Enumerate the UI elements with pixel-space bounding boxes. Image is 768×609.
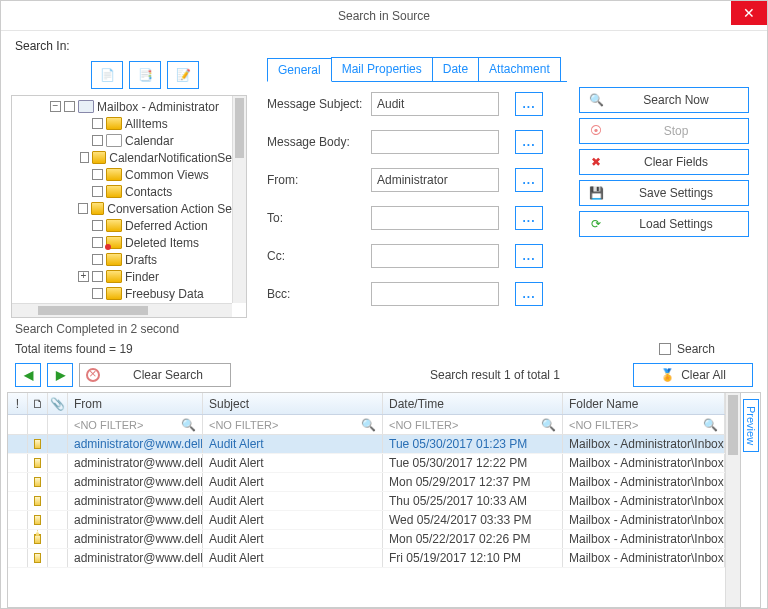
col-folder[interactable]: Folder Name <box>563 393 725 414</box>
close-button[interactable]: ✕ <box>731 1 767 25</box>
cell-subject: Audit Alert <box>203 530 383 548</box>
folder-icon <box>92 151 106 164</box>
tree-item[interactable]: Drafts <box>12 251 232 268</box>
tree-item[interactable]: Freebusy Data <box>12 285 232 302</box>
table-row[interactable]: administrator@www.dell2.comAudit AlertTu… <box>8 435 725 454</box>
tree-label: Mailbox - Administrator <box>97 100 219 114</box>
table-row[interactable]: administrator@www.dell2.comAudit AlertMo… <box>8 530 725 549</box>
window: Search in Source ✕ Search In: 📄 📑 📝 −Mai… <box>0 0 768 609</box>
cc-input[interactable] <box>371 244 499 268</box>
col-flag[interactable]: ! <box>8 393 28 414</box>
table-row[interactable]: administrator@www.dell2.comAudit AlertFr… <box>8 549 725 568</box>
grid-vscroll[interactable] <box>725 393 740 607</box>
folder-icon <box>106 134 122 147</box>
subject-input[interactable] <box>371 92 499 116</box>
tree-item[interactable]: Conversation Action Se <box>12 200 232 217</box>
grid-header[interactable]: ! 🗋 📎 From Subject Date/Time Folder Name <box>8 393 725 415</box>
tree-item[interactable]: CalendarNotificationSe <box>12 149 232 166</box>
tree-label: Freebusy Data <box>125 287 204 301</box>
tree-label: AllItems <box>125 117 168 131</box>
tree-item[interactable]: Deferred Action <box>12 217 232 234</box>
cell-folder: Mailbox - Administrator\Inbox <box>563 435 725 453</box>
cc-more-button[interactable]: ... <box>515 244 543 268</box>
tab-mail-properties[interactable]: Mail Properties <box>331 57 433 81</box>
cell-from: administrator@www.dell2.com <box>68 473 203 491</box>
body-input[interactable] <box>371 130 499 154</box>
from-input[interactable] <box>371 168 499 192</box>
to-label: To: <box>267 211 371 225</box>
cell-date: Tue 05/30/2017 01:23 PM <box>383 435 563 453</box>
save-settings-button[interactable]: 💾Save Settings <box>579 180 749 206</box>
col-attach[interactable]: 📎 <box>48 393 68 414</box>
from-more-button[interactable]: ... <box>515 168 543 192</box>
col-date[interactable]: Date/Time <box>383 393 563 414</box>
clear-all-button[interactable]: 🏅Clear All <box>633 363 753 387</box>
tree-label: Drafts <box>125 253 157 267</box>
search-icon[interactable]: 🔍 <box>361 418 376 432</box>
to-more-button[interactable]: ... <box>515 206 543 230</box>
tab-attachment[interactable]: Attachment <box>478 57 561 81</box>
col-from[interactable]: From <box>68 393 203 414</box>
results-grid: ! 🗋 📎 From Subject Date/Time Folder Name… <box>7 392 761 608</box>
tree-item[interactable]: AllItems <box>12 115 232 132</box>
search-icon[interactable]: 🔍 <box>541 418 556 432</box>
tree-hscroll[interactable] <box>12 303 232 317</box>
table-row[interactable]: administrator@www.dell2.comAudit AlertTu… <box>8 454 725 473</box>
body-more-button[interactable]: ... <box>515 130 543 154</box>
folder-icon <box>106 185 122 198</box>
clear-fields-button[interactable]: ✖Clear Fields <box>579 149 749 175</box>
folder-icon <box>106 236 122 249</box>
cell-subject: Audit Alert <box>203 549 383 567</box>
bcc-more-button[interactable]: ... <box>515 282 543 306</box>
clear-search-button[interactable]: Clear Search <box>79 363 231 387</box>
body-label: Message Body: <box>267 135 371 149</box>
tree-label: Conversation Action Se <box>107 202 232 216</box>
stop-button[interactable]: ⦿Stop <box>579 118 749 144</box>
bcc-label: Bcc: <box>267 287 371 301</box>
toolbar-icon-2[interactable]: 📑 <box>129 61 161 89</box>
search-icon[interactable]: 🔍 <box>703 418 718 432</box>
tree-label: Contacts <box>125 185 172 199</box>
mailbox-icon <box>78 100 94 113</box>
table-row[interactable]: administrator@www.dell2.comAudit AlertWe… <box>8 511 725 530</box>
toolbar-icon-1[interactable]: 📄 <box>91 61 123 89</box>
col-subject[interactable]: Subject <box>203 393 383 414</box>
table-row[interactable]: administrator@www.dell2.comAudit AlertTh… <box>8 492 725 511</box>
grid-filter-row[interactable]: <NO FILTER>🔍 <NO FILTER>🔍 <NO FILTER>🔍 <… <box>8 415 725 435</box>
tab-date[interactable]: Date <box>432 57 479 81</box>
tree-item[interactable]: +Finder <box>12 268 232 285</box>
bcc-input[interactable] <box>371 282 499 306</box>
subject-more-button[interactable]: ... <box>515 92 543 116</box>
window-title: Search in Source <box>338 9 430 23</box>
col-icon[interactable]: 🗋 <box>28 393 48 414</box>
preview-tab[interactable]: Preview <box>743 399 759 452</box>
search-now-button[interactable]: 🔍Search Now <box>579 87 749 113</box>
to-input[interactable] <box>371 206 499 230</box>
cell-folder: Mailbox - Administrator\Inbox <box>563 454 725 472</box>
cc-label: Cc: <box>267 249 371 263</box>
search-icon[interactable]: 🔍 <box>181 418 196 432</box>
cell-date: Wed 05/24/2017 03:33 PM <box>383 511 563 529</box>
folder-tree[interactable]: −Mailbox - AdministratorAllItemsCalendar… <box>11 95 247 318</box>
cell-folder: Mailbox - Administrator\Inbox <box>563 492 725 510</box>
next-button[interactable]: ▶ <box>47 363 73 387</box>
table-row[interactable]: administrator@www.dell2.comAudit AlertMo… <box>8 473 725 492</box>
note-icon: 📝 <box>176 68 191 82</box>
tree-item[interactable]: Contacts <box>12 183 232 200</box>
mail-icon <box>34 477 41 487</box>
save-icon: 💾 <box>588 185 604 201</box>
tree-item[interactable]: Common Views <box>12 166 232 183</box>
tree-vscroll[interactable] <box>232 96 246 303</box>
tree-root[interactable]: −Mailbox - Administrator <box>12 98 232 115</box>
load-settings-button[interactable]: ⟳Load Settings <box>579 211 749 237</box>
toolbar-icon-3[interactable]: 📝 <box>167 61 199 89</box>
tree-label: Deleted Items <box>125 236 199 250</box>
tab-general[interactable]: General <box>267 58 332 82</box>
prev-button[interactable]: ◀ <box>15 363 41 387</box>
tree-item[interactable]: Deleted Items <box>12 234 232 251</box>
search-checkbox[interactable]: Search <box>659 342 715 356</box>
tree-item[interactable]: Calendar <box>12 132 232 149</box>
mail-icon <box>34 534 41 544</box>
preview-panel[interactable]: Preview <box>740 393 760 607</box>
cell-date: Mon 05/22/2017 02:26 PM <box>383 530 563 548</box>
